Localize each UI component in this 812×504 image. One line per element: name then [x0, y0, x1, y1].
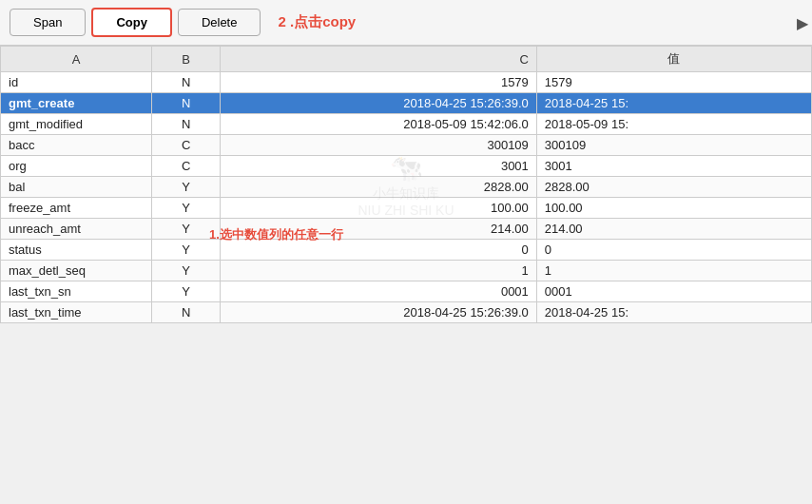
table-row[interactable]: gmt_modifiedN2018-05-09 15:42:06.02018-0… — [1, 114, 812, 135]
cell-c: 2018-04-25 15:26:39.0 — [221, 93, 537, 114]
data-table-container: 🐄 小牛知识库 NIU ZHI SHI KU A B C 值 idN157915… — [0, 46, 812, 323]
cell-c: 3001 — [221, 156, 537, 177]
cell-a: status — [1, 240, 152, 261]
cell-a: freeze_amt — [1, 198, 152, 219]
cell-a: last_txn_time — [1, 302, 152, 323]
cell-b: Y — [152, 177, 221, 198]
cell-b: C — [152, 135, 221, 156]
cell-val: 2018-04-25 15: — [536, 93, 811, 114]
cell-c: 0001 — [221, 281, 537, 302]
cell-b: Y — [152, 281, 221, 302]
table-header-row: A B C 值 — [1, 47, 812, 72]
cell-val: 0 — [536, 240, 811, 261]
cell-a: bal — [1, 177, 152, 198]
cell-b: Y — [152, 219, 221, 240]
cell-val: 3001 — [536, 156, 811, 177]
header-a: A — [1, 47, 152, 72]
copy-annotation: 2 .点击copy — [278, 13, 356, 31]
cell-val: 2828.00 — [536, 177, 811, 198]
cell-c: 2828.00 — [221, 177, 537, 198]
copy-button[interactable]: Copy — [91, 8, 172, 37]
cell-val: 1579 — [536, 72, 811, 93]
span-button[interactable]: Span — [10, 9, 86, 36]
table-row[interactable]: max_detl_seqY11 — [1, 261, 812, 281]
cell-val: 0001 — [536, 281, 811, 302]
cell-val: 2018-05-09 15: — [536, 114, 811, 135]
cell-a: org — [1, 156, 152, 177]
table-row[interactable]: balY2828.002828.00 — [1, 177, 812, 198]
cell-b: N — [152, 114, 221, 135]
cell-c: 1579 — [221, 72, 537, 93]
table-row[interactable]: statusY00 — [1, 240, 812, 261]
cell-b: Y — [152, 261, 221, 281]
cell-c: 0 — [221, 240, 537, 261]
cell-a: gmt_modified — [1, 114, 152, 135]
table-row[interactable]: idN15791579 — [1, 72, 812, 93]
table-row[interactable]: freeze_amtY100.00100.00 — [1, 198, 812, 219]
cell-val: 1 — [536, 261, 811, 281]
cell-val: 300109 — [536, 135, 811, 156]
cell-c: 2018-04-25 15:26:39.0 — [221, 302, 537, 323]
table-row[interactable]: unreach_amtY214.00214.00 — [1, 219, 812, 240]
cell-a: last_txn_sn — [1, 281, 152, 302]
cell-a: max_detl_seq — [1, 261, 152, 281]
header-b: B — [152, 47, 221, 72]
table-row[interactable]: last_txn_snY00010001 — [1, 281, 812, 302]
cell-c: 300109 — [221, 135, 537, 156]
cell-a: unreach_amt — [1, 219, 152, 240]
cell-a: gmt_create — [1, 93, 152, 114]
cell-b: Y — [152, 198, 221, 219]
cell-a: bacc — [1, 135, 152, 156]
table-row[interactable]: orgC30013001 — [1, 156, 812, 177]
data-table: A B C 值 idN15791579gmt_createN2018-04-25… — [0, 46, 812, 323]
cell-c: 1 — [221, 261, 537, 281]
delete-button[interactable]: Delete — [178, 9, 261, 36]
toolbar: Span Copy Delete 2 .点击copy ▶ — [0, 0, 812, 46]
cell-a: id — [1, 72, 152, 93]
table-row[interactable]: baccC300109300109 — [1, 135, 812, 156]
cell-b: N — [152, 72, 221, 93]
cell-b: C — [152, 156, 221, 177]
header-val: 值 — [536, 47, 811, 72]
cell-val: 100.00 — [536, 198, 811, 219]
cell-b: N — [152, 302, 221, 323]
cell-c: 214.00 — [221, 219, 537, 240]
cell-val: 214.00 — [536, 219, 811, 240]
cell-c: 100.00 — [221, 198, 537, 219]
cell-c: 2018-05-09 15:42:06.0 — [221, 114, 537, 135]
cell-b: Y — [152, 240, 221, 261]
cell-val: 2018-04-25 15: — [536, 302, 811, 323]
table-row[interactable]: gmt_createN2018-04-25 15:26:39.02018-04-… — [1, 93, 812, 114]
scroll-right-arrow[interactable]: ▶ — [797, 13, 808, 31]
header-c: C — [221, 47, 537, 72]
table-row[interactable]: last_txn_timeN2018-04-25 15:26:39.02018-… — [1, 302, 812, 323]
cell-b: N — [152, 93, 221, 114]
